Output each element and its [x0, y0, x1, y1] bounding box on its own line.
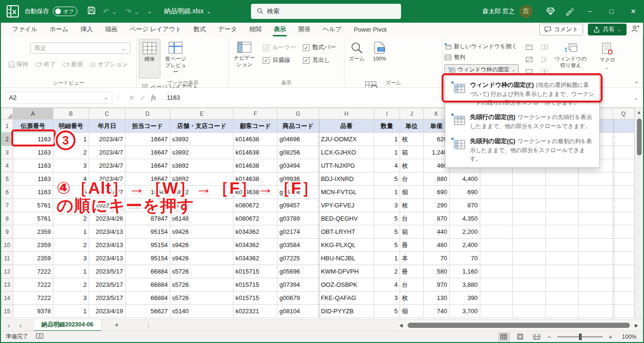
cell-M5[interactable] [480, 172, 513, 186]
cell-F6[interactable]: k014638 [234, 186, 277, 199]
cell-P14[interactable] [578, 292, 613, 305]
cell-F10[interactable]: k034362 [234, 239, 277, 252]
switch-windows-button[interactable]: ウィンドウの切り替え⌄ [552, 40, 589, 79]
ribbon-tab[interactable]: ホーム [44, 23, 74, 37]
cell-B11[interactable]: 3 [53, 252, 89, 265]
cell-H7[interactable]: VPY-GFVEJ [319, 199, 374, 212]
ribbon-tab[interactable]: ファイル [7, 23, 43, 37]
cell-K6[interactable]: 690 [423, 186, 449, 199]
cell-A9[interactable]: 2359 [13, 225, 53, 239]
cell-J6[interactable]: 個 [400, 186, 423, 199]
cell-A11[interactable]: 2359 [13, 252, 53, 265]
row-header-8[interactable]: 8 [1, 212, 13, 225]
cell-A10[interactable]: 2359 [13, 239, 53, 252]
zoom-slider-thumb[interactable] [579, 334, 582, 340]
cell-Q3[interactable] [613, 146, 635, 159]
cell-E3[interactable]: s3892 [170, 146, 234, 159]
cell-D3[interactable]: 16647 [125, 146, 170, 159]
cell-D1[interactable]: 担当コード [125, 120, 170, 133]
cell-G12[interactable]: g05696 [277, 265, 319, 278]
autosave-toggle[interactable]: オフ [53, 7, 77, 16]
cell-I9[interactable]: 5 [374, 225, 400, 239]
cell-A1[interactable]: 伝票番号 [13, 120, 53, 133]
cell-I13[interactable]: 4 [374, 278, 400, 292]
cell-H3[interactable]: LCX-GJHXO [319, 146, 374, 159]
cell-J2[interactable]: 枚 [400, 133, 423, 146]
cell-E14[interactable]: s5726 [170, 292, 234, 305]
arrange-all-button[interactable]: 整列 [444, 53, 519, 61]
ribbon-tab[interactable]: 数式 [188, 23, 212, 37]
cell-F3[interactable]: k014638 [234, 146, 277, 159]
ribbon-tab[interactable]: ページ レイアウト [124, 23, 187, 37]
cell-L5[interactable]: 4,400 [449, 172, 480, 186]
cell-G14[interactable]: g00679 [277, 292, 319, 305]
cell-M9[interactable] [480, 225, 513, 239]
cell-J5[interactable]: 台 [400, 172, 423, 186]
excel-app-icon[interactable]: X [6, 4, 20, 18]
cell-N6[interactable] [513, 186, 546, 199]
collapse-ribbon-icon[interactable]: ⌄ [634, 78, 639, 85]
cell-N11[interactable] [513, 252, 546, 265]
ribbon-tab[interactable]: 描画 [100, 23, 123, 37]
row-header-11[interactable]: 11 [1, 252, 13, 265]
cell-A8[interactable]: 5761 [13, 212, 53, 225]
cell-D11[interactable]: 95154 [125, 252, 170, 265]
cell-J11[interactable]: 本 [400, 252, 423, 265]
cell-M8[interactable] [480, 212, 513, 225]
cell-L6[interactable]: 690 [449, 186, 480, 199]
column-header-E[interactable]: E [170, 108, 234, 120]
new-sheet-button[interactable]: + [115, 321, 119, 329]
name-box[interactable]: A2⌄ [5, 92, 112, 104]
view-options-button[interactable]: オプション [90, 60, 128, 69]
cell-D15[interactable]: 56627 [125, 305, 170, 318]
cell-A13[interactable]: 7222 [13, 278, 53, 292]
cell-N13[interactable] [513, 278, 546, 292]
accessibility-checker-icon[interactable] [36, 333, 43, 341]
row-header-13[interactable]: 13 [1, 278, 13, 292]
avatar[interactable]: 窓 [519, 5, 533, 18]
cell-B12[interactable]: 1 [53, 265, 89, 278]
customize-toolbar-icon[interactable]: ⌄ [148, 9, 152, 15]
cell-J9[interactable]: 箱 [400, 225, 423, 239]
cell-H9[interactable]: OBT-LRYHT [319, 225, 374, 239]
cell-B6[interactable]: 5 [53, 186, 89, 199]
cell-J1[interactable]: 単位 [400, 120, 423, 133]
menu-item-freeze-top-row[interactable]: * 先頭行の固定(R) ワークシートの先頭行を表示したままで、他の部分をスクロー… [445, 110, 599, 133]
row-header-6[interactable]: 6 [1, 186, 13, 199]
checkbox-目盛線[interactable]: ✓目盛線 [263, 56, 296, 64]
row-header-3[interactable]: 3 [1, 146, 13, 159]
cell-N12[interactable] [513, 265, 546, 278]
freeze-panes-button[interactable]: * ウィンドウ枠の固定⌄ [444, 64, 519, 75]
add-person-icon[interactable] [631, 25, 639, 34]
cell-I11[interactable]: 1 [374, 252, 400, 265]
zoom-in-button[interactable]: + [609, 333, 612, 341]
cell-H14[interactable]: FKE-QAFAG [319, 292, 374, 305]
cell-N15[interactable] [513, 305, 546, 318]
row-header-15[interactable]: 15 [1, 305, 13, 318]
cell-C7[interactable]: 2023/4/26 [89, 199, 125, 212]
cell-E12[interactable]: s5726 [170, 265, 234, 278]
horizontal-scrollbar[interactable]: ◀ ▶ [396, 321, 641, 330]
cell-K10[interactable]: 480 [423, 239, 449, 252]
cell-F14[interactable]: k015715 [234, 292, 277, 305]
split-button[interactable] [526, 43, 533, 52]
cell-G11[interactable]: g07225 [277, 252, 319, 265]
column-header-G[interactable]: G [277, 108, 319, 120]
cell-O10[interactable] [545, 239, 578, 252]
cell-B14[interactable]: 3 [53, 292, 89, 305]
cell-K5[interactable]: 880 [423, 172, 449, 186]
cell-K11[interactable]: 70 [423, 252, 449, 265]
column-header-Q[interactable]: Q [613, 108, 635, 120]
row-header-14[interactable]: 14 [1, 292, 13, 305]
cell-N14[interactable] [513, 292, 546, 305]
share-button[interactable]: 共有 ⌄ [588, 24, 627, 35]
cell-F15[interactable]: k022321 [234, 305, 277, 318]
cell-I5[interactable]: 5 [374, 172, 400, 186]
cell-Q12[interactable] [613, 265, 635, 278]
cell-O7[interactable] [545, 199, 578, 212]
cell-Q15[interactable] [613, 305, 635, 318]
cell-H1[interactable]: 品番 [319, 120, 374, 133]
cell-M6[interactable] [480, 186, 513, 199]
cell-N8[interactable] [513, 212, 546, 225]
cell-J4[interactable]: 枚 [400, 159, 423, 172]
